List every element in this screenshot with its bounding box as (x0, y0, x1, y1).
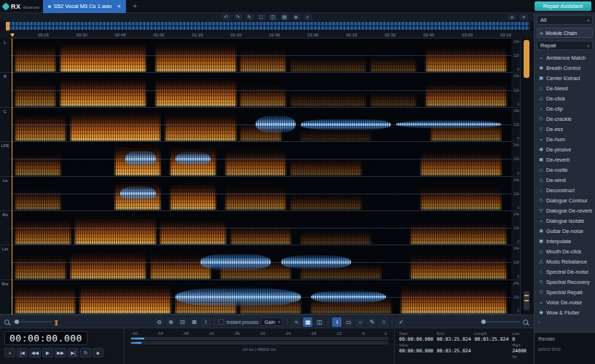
module-item-wow-flutter[interactable]: ◉Wow & Flutter (537, 307, 593, 317)
play-button[interactable]: ▶ (42, 348, 53, 357)
module-item-ambience-match[interactable]: ≈Ambience Match (537, 52, 593, 63)
overview-position-marker[interactable] (6, 22, 9, 31)
overview-waveform-top[interactable] (6, 22, 529, 25)
spectrogram-lane-Ls[interactable] (10, 177, 511, 211)
module-item-spectral-recovery[interactable]: ◇Spectral Recovery (537, 277, 593, 287)
module-item-deconstruct[interactable]: ○Deconstruct (537, 185, 593, 195)
module-item-de-hum[interactable]: ≈De-hum (537, 134, 593, 144)
repair-assistant-button[interactable]: Repair Assistant (535, 1, 591, 11)
wand-tool[interactable]: ☆ (379, 317, 388, 327)
selection-bracket-icon[interactable]: ][ (55, 319, 57, 325)
instant-process-label: Instant process (226, 320, 259, 325)
undo-icon[interactable]: ↶ (222, 14, 231, 20)
spectrogram-lane-Rsr[interactable] (10, 280, 511, 314)
tab-close-icon[interactable]: ✕ (117, 4, 121, 9)
select-region-icon[interactable]: □ (257, 14, 266, 20)
lasso-tool[interactable]: ○ (355, 317, 365, 327)
zoom-out-icon[interactable]: ⊖ (154, 317, 164, 327)
redo-icon[interactable]: ↷ (234, 14, 243, 20)
apply-check-icon[interactable]: ✓ (396, 317, 406, 327)
fast-forward-button[interactable]: ▶▶ (55, 348, 66, 357)
zoom-vertical-icon[interactable]: ↕ (201, 317, 210, 327)
record-button[interactable]: ● (4, 348, 15, 357)
selection-end-value[interactable]: 00:03:25.824 (437, 336, 472, 342)
vertical-scrollbar-thumb[interactable] (524, 40, 529, 78)
render-label[interactable]: Render (538, 336, 591, 341)
spectrogram-lane-Lsr[interactable] (10, 245, 511, 280)
spectrogram-lane-Rs[interactable] (10, 211, 511, 245)
zoom-to-selection-icon[interactable]: ⊡ (178, 317, 187, 327)
spectrogram-lane-C[interactable] (10, 108, 511, 142)
zoom-fit-icon[interactable]: ⊠ (189, 317, 199, 327)
module-item-de-wind[interactable]: △De-wind (537, 175, 593, 185)
time-ruler[interactable]: 00:1500:3000:4501:0001:1501:3001:4502:00… (10, 31, 511, 39)
module-item-dialogue-isolate[interactable]: ≈Dialogue Isolate (537, 215, 593, 226)
module-item-de-reverb[interactable]: ▣De-reverb (537, 154, 593, 165)
module-item-guitar-de-noise[interactable]: ◉Guitar De-noise (537, 226, 593, 236)
time-frequency-selection-tool[interactable]: ▭ (344, 317, 353, 327)
module-item-de-crackle[interactable]: ◇De-crackle (537, 114, 593, 124)
rewind-button[interactable]: ◀◀ (29, 348, 41, 357)
module-item-voice-de-noise[interactable]: ≈Voice De-noise (537, 297, 593, 307)
module-item-de-rustle[interactable]: □De-rustle (537, 165, 593, 175)
overview-waveform-bottom[interactable] (6, 26, 529, 30)
spectrogram-lane-LFE[interactable] (10, 142, 511, 176)
file-tab[interactable]: S52 Vocal M3 Co 1.wav ✕ (43, 0, 127, 13)
add-tab-button[interactable]: + (130, 2, 140, 10)
menu-icon[interactable]: ≡ (519, 14, 528, 20)
module-item-mouth-de-click[interactable]: □Mouth De-click (537, 246, 593, 256)
module-item-dialogue-de-reverb[interactable]: ▽Dialogue De-reverb (537, 205, 593, 215)
zoom-in-icon[interactable]: ⊕ (166, 317, 176, 327)
module-item-de-ess[interactable]: ▽De-ess (537, 124, 593, 134)
selection-high-value[interactable]: 24000 (512, 348, 529, 354)
add-icon[interactable]: ⊕ (292, 14, 301, 20)
selection-low-value[interactable]: 0 (512, 336, 529, 342)
spectrogram-energy (291, 55, 366, 72)
file-overview-strip[interactable] (0, 21, 534, 31)
zoom-slider-thumb[interactable] (15, 320, 19, 324)
module-category-dropdown[interactable]: Repair ▾ (537, 41, 593, 50)
selection-start-value[interactable]: 00:00:00.000 (399, 336, 434, 342)
module-item-de-clip[interactable]: ○De-clip (537, 103, 593, 114)
module-item-dialogue-contour[interactable]: ◇Dialogue Contour (537, 195, 593, 205)
module-item-spectral-de-noise[interactable]: ○Spectral De-noise (537, 266, 593, 277)
edit-icon[interactable]: ✎ (245, 14, 254, 20)
spectrogram-lanes[interactable] (10, 39, 511, 314)
module-item-music-rebalance[interactable]: △Music Rebalance (537, 256, 593, 266)
waveform-view-button[interactable]: ≈ (291, 317, 301, 327)
right-zoom-slider[interactable] (480, 321, 521, 323)
brush-tool[interactable]: ✎ (367, 317, 377, 327)
right-zoom-thumb[interactable] (481, 320, 486, 324)
link-icon[interactable]: ∞ (508, 14, 516, 20)
module-filter-dropdown[interactable]: All ▾ (537, 15, 593, 25)
list-view-icon[interactable]: ▤ (280, 14, 289, 20)
apply-icon[interactable]: ✓ (304, 14, 312, 20)
go-to-end-button[interactable]: ▶| (68, 348, 79, 357)
playhead-marker-icon[interactable] (10, 33, 15, 37)
time-selection-tool[interactable]: I (332, 317, 342, 327)
module-item-de-plosive[interactable]: ◉De-plosive (537, 144, 593, 154)
combined-view-button[interactable]: ◫ (315, 317, 324, 327)
module-item-de-click[interactable]: △De-click (537, 93, 593, 103)
spectrogram-view-button[interactable]: ▦ (303, 317, 312, 327)
go-to-start-button[interactable]: |◀ (17, 348, 28, 357)
vertical-scrollbar[interactable] (520, 39, 534, 314)
vertical-zoom-handle[interactable] (524, 291, 529, 310)
module-item-spectral-repair[interactable]: ▽Spectral Repair (537, 287, 593, 297)
spectrogram-lane-R[interactable] (10, 73, 511, 107)
spectrogram-lane-L[interactable] (10, 39, 511, 73)
module-item-de-bleed[interactable]: □De-bleed (537, 83, 593, 93)
module-item-center-extract[interactable]: ▣Center Extract (537, 73, 593, 83)
horizontal-zoom-slider[interactable] (12, 321, 52, 323)
stop-button[interactable]: ■ (92, 348, 103, 357)
instant-process-checkbox[interactable] (218, 319, 224, 325)
selection-length-value[interactable]: 00:03:25.824 (474, 336, 509, 342)
module-item-interpolate[interactable]: ▣Interpolate (537, 236, 593, 246)
sidebar-expand-chevron[interactable]: › (537, 317, 593, 326)
module-chain-item[interactable]: ∞ Module Chain (537, 28, 593, 38)
instant-process-selector[interactable]: Gain ▾ (261, 317, 283, 326)
loop-button[interactable]: ↻ (80, 348, 91, 357)
module-icon: △ (538, 258, 544, 264)
layout-icon[interactable]: ◫ (269, 14, 277, 20)
module-item-breath-control[interactable]: ◉Breath Control (537, 63, 593, 73)
